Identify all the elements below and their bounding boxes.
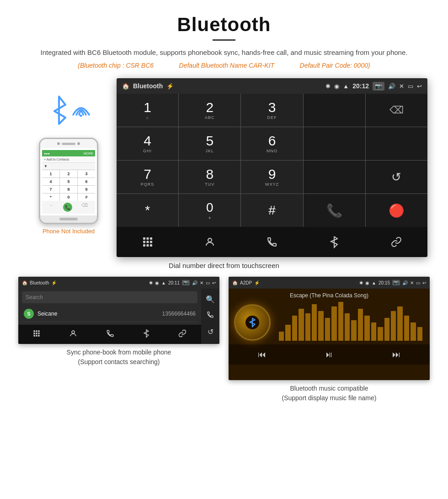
dial-key-delete[interactable]: ⌫	[366, 94, 427, 127]
phone-not-included-label: Phone Not Included	[43, 228, 95, 235]
pb-phone-icon[interactable]	[106, 329, 114, 339]
status-bar-left: 🏠 Bluetooth ⚡	[122, 82, 174, 90]
music-play-pause-icon[interactable]: ⏯	[325, 350, 333, 359]
phone-key-7[interactable]: 7	[42, 186, 59, 193]
phone-call-button[interactable]: 📞	[63, 203, 72, 212]
phonebook-block: 🏠 Bluetooth ⚡ ✱ ◉ ▲ 20:11 📷 🔊 ✕ ▭ ↩	[18, 277, 219, 403]
phone-key-9[interactable]: 9	[78, 186, 95, 193]
music-title: A2DP	[240, 280, 252, 285]
dial-key-1[interactable]: 1 ⌂	[117, 94, 178, 127]
dial-key-hash[interactable]: #	[241, 194, 303, 227]
phone-key-0[interactable]: 0	[60, 193, 77, 201]
location-icon: ◉	[334, 83, 339, 90]
svg-rect-14	[36, 330, 37, 332]
music-home-icon[interactable]: 🏠	[232, 280, 238, 285]
phone-key-6[interactable]: 6	[78, 178, 95, 185]
phone-key-1[interactable]: 1	[42, 170, 59, 177]
bottom-bluetooth-icon[interactable]	[323, 231, 346, 253]
pb-window-icon[interactable]: ▭	[206, 280, 210, 285]
pb-link-icon[interactable]	[178, 329, 187, 339]
pb-search-icon[interactable]: 🔍	[201, 291, 219, 307]
music-status-bar: 🏠 A2DP ⚡ ✱ ◉ ▲ 20:15 📷 🔊 ✕ ▭ ↩	[229, 277, 430, 289]
phone-key-5[interactable]: 5	[60, 178, 77, 185]
bottom-screens: 🏠 Bluetooth ⚡ ✱ ◉ ▲ 20:11 📷 🔊 ✕ ▭ ↩	[0, 277, 448, 403]
phone-back-btn[interactable]: ←	[49, 203, 54, 212]
contact-row[interactable]: S Seicane 13566664466	[22, 306, 197, 322]
pb-contacts-icon[interactable]	[69, 329, 77, 339]
home-icon[interactable]: 🏠	[122, 83, 129, 90]
phone-key-3[interactable]: 3	[78, 170, 95, 177]
svg-rect-9	[143, 244, 145, 247]
pb-close-icon[interactable]: ✕	[200, 280, 203, 285]
phonebook-body: Search S Seicane 13566664466	[18, 289, 201, 325]
music-controls: ⏮ ⏯ ⏭	[229, 344, 430, 365]
phone-key-4[interactable]: 4	[42, 178, 59, 185]
dial-key-star[interactable]: *	[117, 194, 178, 227]
pb-refresh-icon[interactable]: ↺	[201, 324, 219, 340]
bottom-contacts-icon[interactable]	[198, 231, 221, 253]
dial-key-4[interactable]: 4 GHI	[117, 127, 178, 160]
phone-top-bar	[40, 139, 97, 148]
phone-home-bar	[40, 215, 97, 223]
bt-status-icon: ✱	[325, 83, 331, 90]
music-next-icon[interactable]: ⏭	[392, 350, 400, 359]
pb-call-icon[interactable]	[201, 307, 219, 324]
music-prev-icon[interactable]: ⏮	[258, 350, 266, 359]
pb-bottom-bar	[18, 325, 201, 344]
music-vol-icon[interactable]: 🔊	[402, 280, 408, 285]
dial-key-5[interactable]: 5 JKL	[179, 127, 240, 160]
pb-home-icon[interactable]: 🏠	[22, 280, 27, 285]
dial-key-empty-r3c4	[304, 161, 365, 193]
music-close-icon[interactable]: ✕	[410, 280, 414, 285]
dial-key-redial[interactable]: ↺	[366, 161, 427, 193]
svg-rect-5	[150, 237, 152, 240]
chip-info: (Bluetooth chip : CSR BC6 Default Blueto…	[18, 62, 430, 69]
album-bt-icon	[248, 317, 256, 327]
phone-key-hash[interactable]: #	[78, 193, 95, 201]
music-cam-icon[interactable]: 📷	[392, 280, 400, 285]
bt-name-label: Default Bluetooth Name CAR-KIT	[179, 62, 275, 69]
svg-point-2	[80, 115, 82, 117]
wifi-icon	[71, 97, 91, 119]
dial-key-0[interactable]: 0 +	[179, 194, 240, 227]
phone-key-2[interactable]: 2	[60, 170, 77, 177]
back-icon[interactable]: ↩	[417, 83, 422, 90]
close-icon[interactable]: ✕	[399, 83, 404, 90]
phone-home-btn[interactable]	[59, 218, 78, 220]
phone-key-star[interactable]: *	[42, 193, 59, 201]
volume-icon[interactable]: 🔊	[388, 83, 395, 90]
camera-icon[interactable]: 📷	[373, 82, 384, 91]
dial-key-call-accept[interactable]: 📞	[304, 194, 365, 227]
pair-code-label: Default Pair Code: 0000)	[300, 62, 370, 69]
pb-vol-icon[interactable]: 🔊	[192, 280, 197, 285]
dial-key-2[interactable]: 2 ABC	[179, 94, 240, 127]
pb-dialpad-icon[interactable]	[33, 330, 40, 339]
music-time: 20:15	[379, 280, 390, 285]
subtitle-text: Integrated with BC6 Bluetooth module, su…	[18, 47, 430, 58]
phone-speaker	[57, 142, 60, 145]
phone-key-8[interactable]: 8	[60, 186, 77, 193]
dial-key-3[interactable]: 3 DEF	[241, 94, 303, 127]
status-time: 20:12	[352, 82, 369, 90]
dial-key-9[interactable]: 9 WXYZ	[241, 161, 303, 193]
pb-bluetooth-icon[interactable]	[143, 329, 149, 340]
dial-key-7[interactable]: 7 PQRS	[117, 161, 178, 193]
window-icon[interactable]: ▭	[408, 83, 413, 90]
pb-status-left: 🏠 Bluetooth ⚡	[22, 280, 57, 285]
dial-key-8[interactable]: 8 TUV	[179, 161, 240, 193]
dial-key-6[interactable]: 6 MNO	[241, 127, 303, 160]
pb-back-icon[interactable]: ↩	[212, 280, 216, 285]
music-window-icon[interactable]: ▭	[416, 280, 420, 285]
pb-cam-icon[interactable]: 📷	[182, 280, 190, 285]
music-back-icon[interactable]: ↩	[422, 280, 426, 285]
bottom-phone-icon[interactable]	[261, 231, 283, 253]
search-bar[interactable]: Search	[22, 291, 197, 303]
music-status-left: 🏠 A2DP ⚡	[232, 280, 260, 285]
dial-key-call-end[interactable]: 🔴	[366, 194, 427, 227]
bottom-link-icon[interactable]	[385, 231, 408, 253]
bottom-dialpad-icon[interactable]	[136, 231, 159, 253]
phone-del-btn[interactable]: ⌫	[81, 203, 88, 212]
phone-screen: ●●●MORE + Add to Contacts ▼ 1 2 3 4 5 6 …	[40, 148, 97, 215]
svg-rect-11	[150, 244, 152, 247]
svg-rect-10	[147, 244, 149, 247]
